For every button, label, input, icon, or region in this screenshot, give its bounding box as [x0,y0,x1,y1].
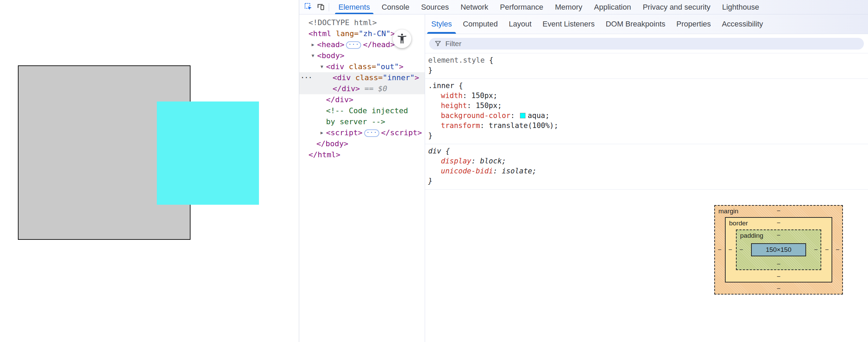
box-model-padding[interactable]: padding − − − − 150×150 [736,229,821,270]
rule-inner[interactable]: .inner { width: 150px; height: 150px; ba… [425,79,868,144]
tab-computed[interactable]: Computed [457,14,503,34]
collapse-arrow-div-out[interactable]: ▼ [321,61,326,72]
expand-arrow-script[interactable]: ▶ [321,127,326,138]
toolbar-divider [329,3,329,11]
tab-elements[interactable]: Elements [333,0,376,14]
border-bottom-value[interactable]: − [777,273,780,280]
filter-funnel-icon [434,40,442,47]
tab-properties[interactable]: Properties [671,14,716,34]
toggle-device-toolbar-button[interactable] [314,1,327,13]
padding-top-value[interactable]: − [777,232,780,239]
box-model-border[interactable]: border − − − − padding − − − − [725,217,832,282]
tree-row-div-out-open[interactable]: ▼<div class="out"> [299,61,425,72]
tab-privacy-security[interactable]: Privacy and security [637,0,716,14]
inner-div-box [157,101,259,205]
box-model-margin[interactable]: margin − − − − border − − − − padding [714,205,843,295]
tab-console[interactable]: Console [376,0,415,14]
margin-left-value[interactable]: − [718,246,721,254]
filter-placeholder: Filter [445,40,462,48]
prop-height[interactable]: height: 150px; [428,101,864,111]
border-right-value[interactable]: − [825,246,829,254]
border-left-value[interactable]: − [728,246,732,254]
tree-row-doctype[interactable]: <!DOCTYPE html> [299,17,425,28]
content-size-label: 150×150 [766,246,792,254]
sidebar-tab-bar: Styles Computed Layout Event Listeners D… [425,14,868,34]
devtools-panel: Elements Console Sources Network Perform… [299,0,868,342]
padding-label: padding [740,232,763,239]
tab-lighthouse[interactable]: Lighthouse [716,0,765,14]
tree-row-div-out-close[interactable]: </div> [299,94,425,105]
tree-row-div-inner-close-selected[interactable]: </div> == $0 [299,83,425,94]
tree-row-html-close[interactable]: </html> [299,149,425,160]
devtools-body: <!DOCTYPE html> <html lang="zh-CN"> ▶<he… [299,14,868,342]
margin-top-value[interactable]: − [777,207,780,215]
tab-styles[interactable]: Styles [426,14,457,34]
inspect-element-button[interactable] [302,1,314,13]
accessibility-person-button[interactable] [393,30,411,48]
padding-left-value[interactable]: − [739,246,743,254]
tab-sources[interactable]: Sources [415,0,455,14]
padding-bottom-value[interactable]: − [777,260,780,268]
margin-bottom-value[interactable]: − [777,285,780,292]
prop-transform[interactable]: transform: translate(100%); [428,121,864,131]
rule-div-user-agent[interactable]: div { display: block; unicode-bidi: isol… [425,144,868,190]
tab-event-listeners[interactable]: Event Listeners [537,14,600,34]
tab-dom-breakpoints[interactable]: DOM Breakpoints [600,14,671,34]
prop-width[interactable]: width: 150px; [428,91,864,101]
selector-element-style: element.style [428,56,485,64]
prop-background-color[interactable]: background-color: aqua; [428,111,864,121]
accessibility-person-icon [396,33,408,45]
browser-viewport [0,0,299,342]
color-swatch-aqua[interactable] [520,113,525,118]
border-label: border [729,220,748,227]
tree-row-body-open[interactable]: ▼<body> [299,50,425,61]
rule-element-style[interactable]: element.style { } [425,53,868,79]
margin-right-value[interactable]: − [836,246,839,254]
dollar-zero-hint: $0 [378,84,387,93]
doctype-text: <!DOCTYPE html> [308,18,377,27]
box-model-content[interactable]: 150×150 [751,243,806,256]
styles-sidebar: Styles Computed Layout Event Listeners D… [425,14,868,342]
tab-accessibility[interactable]: Accessibility [716,14,769,34]
tab-network[interactable]: Network [455,0,494,14]
tree-row-div-inner-open-selected[interactable]: ···<div class="inner"> [299,72,425,83]
tab-application[interactable]: Application [588,0,637,14]
box-model-diagram: margin − − − − border − − − − padding [714,205,843,295]
selector-inner: .inner [428,82,454,90]
screen: Elements Console Sources Network Perform… [0,0,868,342]
tree-row-body-close[interactable]: </body> [299,138,425,149]
expand-inline-button-script[interactable]: ··· [364,129,379,137]
border-top-value[interactable]: − [777,219,780,227]
expand-inline-button[interactable]: ··· [346,41,361,49]
device-toolbar-icon [316,2,325,12]
gutter-dots: ··· [300,72,312,83]
devtools-main-toolbar: Elements Console Sources Network Perform… [299,0,868,14]
collapse-arrow-body[interactable]: ▼ [312,50,317,61]
tab-performance[interactable]: Performance [494,0,549,14]
tab-memory[interactable]: Memory [549,0,588,14]
expand-arrow-head[interactable]: ▶ [312,39,317,50]
equals-hint: == [365,84,374,93]
margin-label: margin [718,207,738,215]
css-rules: element.style { } .inner { width: 150px;… [425,53,868,190]
styles-filter-row: Filter [425,34,868,53]
styles-filter-input[interactable]: Filter [429,38,864,50]
inspect-cursor-icon [304,2,313,12]
prop-display[interactable]: display: block; [428,156,864,166]
tab-layout[interactable]: Layout [503,14,537,34]
selector-div: div [428,147,441,155]
prop-unicode-bidi[interactable]: unicode-bidi: isolate; [428,166,864,176]
dom-tree-pane: <!DOCTYPE html> <html lang="zh-CN"> ▶<he… [299,14,425,342]
padding-right-value[interactable]: − [814,246,818,254]
devtools-tab-bar: Elements Console Sources Network Perform… [333,0,765,14]
tree-row-comment[interactable]: <!-- Code injected by server --> [299,105,425,127]
tree-row-script[interactable]: ▶<script>···</script> [299,127,425,138]
